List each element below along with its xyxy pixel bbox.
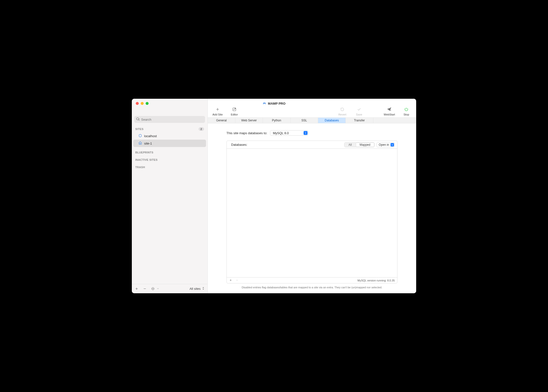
webstart-button[interactable]: WebStart [384, 107, 395, 116]
open-in-select[interactable]: Open in [377, 142, 395, 147]
main-panel: Add Site Editor Revert Save [208, 99, 416, 293]
map-label: This site maps databases to: [226, 131, 267, 135]
save-label: Save [356, 113, 362, 116]
maximize-window-button[interactable] [146, 102, 149, 105]
editor-button[interactable]: Editor [229, 107, 240, 116]
inactive-sites-section-header[interactable]: INACTIVE SITES [132, 157, 207, 163]
open-in-label: Open in [379, 143, 389, 147]
sites-label: SITES [135, 128, 143, 131]
mysql-version-label: MySQL version running: 8.0.35 [358, 279, 395, 282]
add-site-button[interactable]: Add Site [212, 107, 223, 116]
home-icon [138, 141, 142, 146]
editor-label: Editor [231, 113, 238, 116]
databases-list[interactable] [227, 149, 397, 277]
database-engine-value: MySQL 8.0 [273, 131, 289, 135]
add-site-label: Add Site [212, 113, 223, 116]
save-button: Save [354, 107, 364, 116]
tab-databases[interactable]: Databases [318, 118, 346, 123]
titlebar: MAMP PRO [132, 99, 416, 108]
more-options-button[interactable] [151, 287, 155, 291]
filter-mapped-button[interactable]: Mapped [356, 143, 374, 147]
blueprints-label: BLUEPRINTS [135, 151, 153, 154]
chevron-down-icon [157, 287, 159, 291]
sidebar: SITES 2 localhost site-1 BLUEPRINTS INAC… [132, 99, 208, 293]
svg-point-7 [153, 289, 153, 289]
sites-filter-select[interactable]: All sites [189, 287, 205, 291]
window-title: MAMP PRO [132, 101, 416, 106]
database-map-row: This site maps databases to: MySQL 8.0 [226, 130, 397, 136]
sidebar-item-site-1[interactable]: site-1 [133, 140, 206, 147]
remove-database-button [236, 279, 239, 282]
svg-point-8 [153, 289, 154, 289]
hint-text: Disabled entries flag databases/tables t… [226, 286, 397, 289]
mamp-logo-icon [262, 101, 266, 106]
site-name: localhost [144, 134, 157, 138]
revert-label: Revert [338, 113, 346, 116]
tab-ssl[interactable]: SSL [291, 118, 318, 123]
revert-button: Revert [337, 107, 348, 116]
tab-transfer[interactable]: Transfer [346, 118, 373, 123]
minimize-window-button[interactable] [141, 102, 144, 105]
trash-label: TRASH [135, 166, 145, 169]
search-input[interactable] [141, 118, 204, 121]
add-database-button[interactable] [229, 279, 232, 282]
databases-panel-header: Databases: All Mapped Open in [227, 141, 397, 149]
database-engine-select[interactable]: MySQL 8.0 [270, 130, 308, 136]
inactive-sites-label: INACTIVE SITES [135, 158, 157, 161]
tab-web-server[interactable]: Web Server [235, 118, 263, 123]
filter-segmented-control[interactable]: All Mapped [344, 142, 375, 147]
traffic-lights [132, 102, 149, 105]
databases-panel-footer: MySQL version running: 8.0.35 [227, 277, 397, 283]
svg-point-0 [137, 118, 139, 120]
tab-python[interactable]: Python [263, 118, 291, 123]
tab-filler [373, 118, 416, 123]
stop-button[interactable]: Stop [401, 107, 412, 116]
databases-header-label: Databases: [231, 143, 247, 147]
chevron-down-icon [391, 143, 394, 147]
webstart-label: WebStart [384, 113, 395, 116]
sites-section-header[interactable]: SITES 2 [132, 126, 207, 132]
blueprints-section-header[interactable]: BLUEPRINTS [132, 149, 207, 155]
hexagon-outline-icon [138, 134, 142, 138]
add-button[interactable] [135, 287, 138, 291]
sidebar-item-localhost[interactable]: localhost [133, 132, 206, 140]
stop-label: Stop [404, 113, 409, 116]
close-window-button[interactable] [136, 102, 139, 105]
svg-point-6 [152, 289, 152, 289]
tab-content: This site maps databases to: MySQL 8.0 D… [208, 123, 416, 293]
svg-line-1 [138, 120, 139, 121]
search-icon [136, 117, 140, 122]
sidebar-footer: All sites [132, 284, 207, 293]
tabs: General Web Server Python SSL Databases … [208, 117, 416, 123]
app-window: MAMP PRO SITES 2 localho [132, 99, 416, 293]
search-field[interactable] [134, 116, 205, 123]
databases-panel: Databases: All Mapped Open in [226, 141, 397, 283]
select-chevrons-icon [304, 131, 308, 135]
select-chevrons-icon [202, 287, 205, 291]
window-title-text: MAMP PRO [268, 102, 285, 105]
sites-filter-label: All sites [189, 287, 201, 291]
filter-all-button[interactable]: All [344, 143, 356, 147]
tab-general[interactable]: General [208, 118, 235, 123]
remove-button[interactable] [143, 287, 147, 291]
trash-section-header[interactable]: TRASH [132, 164, 207, 170]
site-name: site-1 [144, 142, 152, 145]
sites-count-badge: 2 [199, 127, 204, 131]
